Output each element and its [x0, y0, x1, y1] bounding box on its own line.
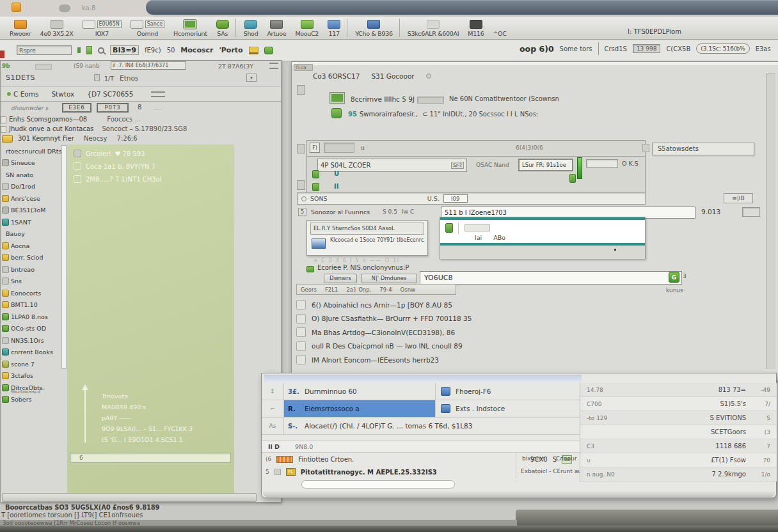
sidebar-item[interactable]: cnrrent Books [2, 347, 61, 359]
header-dropdown-button[interactable]: ▾ [246, 74, 257, 82]
tab-grip-icon[interactable] [151, 91, 165, 97]
dialog-row[interactable]: As S-. Alocaet(/) (Chl. / 4LOF)T G. ... … [262, 418, 580, 435]
green-app-icon[interactable] [264, 47, 273, 54]
mini-field[interactable] [586, 159, 618, 168]
tree-row[interactable]: Enhs Scomsgoxmos—08 Foococs ... [9, 116, 141, 123]
sidebar-item[interactable]: Bauoy [2, 228, 61, 240]
toolbar-button[interactable]: Hcomoriunt [169, 19, 212, 37]
sidebar-item[interactable]: 1SANT [2, 216, 61, 228]
window-control-blob[interactable] [59, 4, 70, 12]
shuffle-select[interactable]: LSur FR: 91s1oe [518, 159, 573, 171]
standards-dropdown[interactable]: S5atowsdets [652, 143, 754, 155]
dropdown-selected-item[interactable]: lai ABo [475, 234, 505, 241]
summary-row[interactable]: C3 1118 686 7 [580, 439, 777, 453]
sidebar-scrollbar[interactable] [61, 145, 67, 369]
sidebar-item[interactable]: OCo-sts OD [2, 323, 61, 335]
sidebar-item[interactable]: SN anato [2, 169, 61, 181]
mini-chip[interactable] [464, 224, 490, 231]
search-query-input[interactable] [420, 271, 682, 285]
window-bottom-edge[interactable] [2, 493, 257, 502]
toolbar-button[interactable]: M116 [463, 19, 488, 37]
menu-item-2[interactable]: S31 Gocooor [371, 72, 414, 80]
group-tab-chip[interactable] [324, 143, 354, 153]
rail-icon-1[interactable] [297, 85, 305, 95]
toolbar-button[interactable]: E0U65N IOX7 [78, 19, 126, 37]
toolbar-button[interactable]: 117 [323, 19, 345, 37]
result-row[interactable]: oull R Des Cbaicpmol nB — Iwo INL cnoull… [296, 340, 597, 354]
sidebar-item[interactable]: 1LPA0 8.nos [2, 311, 61, 323]
tab-forms[interactable]: C Eoms [7, 90, 38, 98]
credits-value-box[interactable]: 13 998 [633, 44, 661, 53]
summary-row[interactable]: SCETGoors (3 [580, 425, 777, 439]
result-row[interactable]: IM Alnort Eoncom—IEEesonts herrb23 [296, 353, 597, 367]
subtoolbar-button-2[interactable]: P0T3 [97, 103, 129, 113]
column-header[interactable]: 2a} Onp. [346, 286, 371, 293]
column-header[interactable]: F2L1 [325, 286, 338, 293]
toolbar-button[interactable]: Rwooxr [5, 19, 35, 37]
sidebar-item[interactable]: BE3S1(3oM [2, 205, 61, 217]
sidebar-item[interactable]: Anrs'cese [2, 192, 61, 205]
green-panel-item[interactable]: 2M8.....? 7 1)NT1 CH3ol [74, 173, 161, 185]
toolbar-button[interactable]: 4e0 3X5.2X [35, 19, 77, 37]
dmdunes-button[interactable]: N|' Dmdunes [361, 274, 417, 283]
sidebar-item[interactable]: scone 7 [2, 358, 61, 370]
subtoolbar-button-1[interactable]: E3E6 [62, 103, 91, 113]
toolbar-button[interactable]: SAs [212, 19, 234, 37]
toolbar-button[interactable]: Shod [235, 19, 263, 37]
horizontal-scrollbar-thumb[interactable] [301, 480, 455, 489]
menu-item-1[interactable]: Co3 6ORSC17 [313, 72, 360, 80]
summary-row[interactable]: 14.78 813 73= -49 [580, 383, 777, 397]
preheader-field[interactable]: il .7. IN4 E64(37/6371 [111, 61, 186, 70]
toolbar-button[interactable]: ^OC [488, 19, 511, 37]
scale-pill[interactable]: (3.1Sc: 516(b% [696, 43, 749, 54]
downloads-button[interactable]: Dwnwrs [324, 274, 357, 283]
sidebar-item[interactable]: berr. Sciod [2, 252, 61, 264]
sidebar-item[interactable]: 3ctafos [2, 370, 61, 382]
sidebar-item[interactable]: Aocna [2, 240, 61, 252]
zoom-dropdown[interactable]: 4P S04L ZCOER Sr-? [317, 159, 467, 172]
dialog-row[interactable]: ↕ 3£. Durnminnuo 60 Fhoeroj-F6 [262, 383, 580, 400]
summary-row[interactable]: C700 S1)5.5's 7/ [580, 397, 777, 411]
sons-bar[interactable]: SONS U.S. I09 [297, 192, 646, 205]
toolbar-button[interactable]: YCho & B936 [347, 19, 397, 37]
green-panel-input[interactable] [70, 453, 231, 463]
dropdown-option-2[interactable]: Klcoocad e 1Soce 70Y91r tlbeEcenrc [330, 237, 426, 243]
tab-status[interactable]: Stwtox [51, 90, 74, 98]
option-row[interactable]: Ecoriee P. NIS.onclonyvnus:P [317, 264, 409, 271]
search-right-box[interactable] [742, 207, 760, 217]
sidebar-item[interactable]: Sns [2, 276, 61, 288]
tab-edit[interactable]: {D7 SC70655 [87, 90, 133, 98]
result-row[interactable]: 6() Aboinahicl ncs Arnir—1p [BOY 8.AU 85 [296, 298, 597, 312]
bold-badge[interactable]: BI3=9 [110, 45, 139, 55]
green-panel-item[interactable]: Grcoierl. ♥ 78 593 [74, 147, 161, 160]
sidebar-item[interactable]: Sineuce [2, 157, 61, 169]
result-row[interactable]: Ma Bhas Artdog—C3ionoInV(ECD3198), 86 [296, 325, 597, 340]
sidebar-item[interactable]: Eonocorts [2, 287, 61, 299]
vertical-scrollbar[interactable] [766, 74, 775, 369]
tree-row[interactable]: Jhudk onve a cut Kontacas Soncoct – S.17… [9, 125, 187, 132]
column-header[interactable]: Osnw [401, 286, 415, 293]
yellow-document-icon[interactable] [249, 47, 258, 54]
menu-circle-icon[interactable] [426, 74, 431, 79]
titlebar-dark-strip[interactable] [146, 0, 778, 15]
sidebar-item[interactable]: Do/1rod [2, 181, 61, 193]
dropdown-option-1[interactable]: EL.R.Y StwrncSos S0D4 AasoL [310, 223, 424, 235]
column-header[interactable]: 79-4 [379, 286, 392, 293]
sidebar-item[interactable]: Sobers [2, 394, 61, 406]
group-f-button[interactable]: F) [310, 143, 320, 153]
sons-right-box[interactable]: ≡|IB [724, 193, 753, 203]
sidebar-item[interactable]: rtoecsnurcull DRts [2, 145, 61, 157]
sidebar-item[interactable]: NN3S.1Ors [2, 334, 61, 347]
green-g-icon[interactable]: G [669, 272, 679, 283]
rail-icon-2[interactable] [297, 144, 305, 153]
toolbar-button[interactable]: MoouC2 [290, 19, 323, 37]
toolbar-button[interactable]: Sance Oomnd [126, 19, 169, 37]
app-icon[interactable] [12, 3, 21, 12]
tree-row[interactable]: 301 Keomnyt Fier Neocsy 7:26:6 [18, 135, 138, 142]
toolbar-button[interactable]: Artuoe [262, 19, 290, 37]
sidebar-item[interactable]: BMT1.10 [2, 299, 61, 311]
search-icon[interactable] [98, 47, 104, 54]
row1-field[interactable] [417, 97, 444, 104]
summary-row[interactable]: u £T(1) Fsow 70 [580, 453, 777, 467]
green-panel-item[interactable]: Coca 1a1 b. 8VY(YN 7 [74, 160, 161, 173]
